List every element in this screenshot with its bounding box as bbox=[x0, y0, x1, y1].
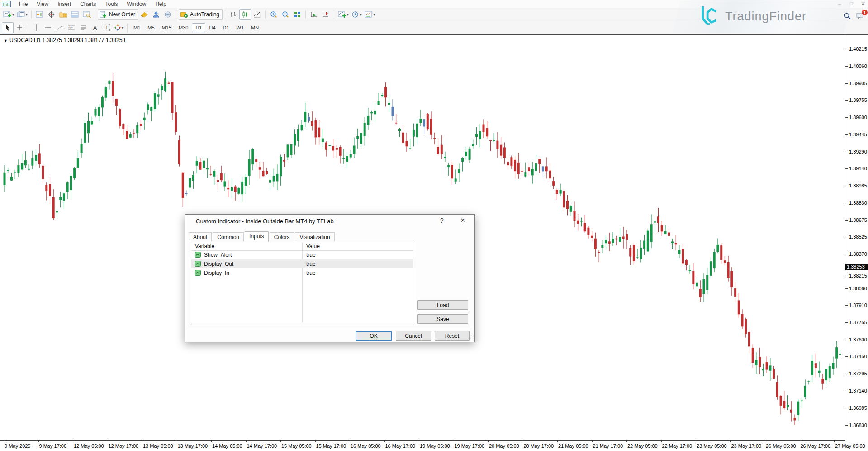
market-watch-icon[interactable] bbox=[34, 9, 46, 20]
time-tick-mark bbox=[384, 441, 385, 442]
tab-about[interactable]: About bbox=[189, 232, 212, 241]
time-tick-mark bbox=[4, 441, 4, 442]
profiles-icon[interactable]: ▾ bbox=[15, 9, 29, 20]
time-tick-mark bbox=[557, 441, 558, 442]
fibonacci-icon[interactable]: f bbox=[66, 22, 77, 33]
timeframe-h1[interactable]: H1 bbox=[192, 23, 205, 32]
tab-common[interactable]: Common bbox=[213, 232, 244, 241]
time-tick-mark bbox=[661, 441, 662, 442]
chat-icon[interactable]: 1 bbox=[856, 12, 864, 22]
timeframe-m1[interactable]: M1 bbox=[130, 23, 144, 32]
price-tick-label: 1.37450 bbox=[849, 354, 867, 359]
symbol-quote-text: USDCAD,H1 1.38275 1.38293 1.38177 1.3825… bbox=[9, 37, 125, 43]
new-order-button[interactable]: New Order bbox=[98, 9, 138, 20]
metaeditor-icon[interactable] bbox=[138, 9, 150, 20]
time-axis[interactable]: 9 May 20259 May 17:0012 May 05:0012 May … bbox=[0, 441, 868, 451]
horizontal-line-icon[interactable] bbox=[42, 22, 54, 33]
timeframe-m15[interactable]: M15 bbox=[158, 23, 175, 32]
time-tick-mark bbox=[454, 441, 454, 442]
candlestick-chart-icon[interactable] bbox=[239, 9, 251, 20]
menu-file[interactable]: File bbox=[14, 0, 32, 8]
ok-button[interactable]: OK bbox=[356, 331, 392, 341]
table-row[interactable]: Display_In true bbox=[191, 269, 413, 277]
periods-icon[interactable]: ▾ bbox=[350, 9, 363, 20]
table-row-selected[interactable]: Display_Out true bbox=[191, 259, 413, 268]
timeframe-w1[interactable]: W1 bbox=[233, 23, 248, 32]
timeframe-m30[interactable]: M30 bbox=[175, 23, 192, 32]
timeframe-mn[interactable]: MN bbox=[247, 23, 262, 32]
timeframe-d1[interactable]: D1 bbox=[219, 23, 233, 32]
price-tick-label: 1.40215 bbox=[849, 46, 867, 52]
symbol-info[interactable]: ▼USDCAD,H1 1.38275 1.38293 1.38177 1.382… bbox=[4, 37, 125, 43]
price-tick-label: 1.37295 bbox=[849, 371, 867, 376]
time-tick-label: 22 May 17:00 bbox=[662, 443, 693, 449]
time-tick-label: 13 May 17:00 bbox=[178, 443, 208, 449]
time-tick-mark bbox=[730, 441, 731, 442]
save-button[interactable]: Save bbox=[417, 314, 468, 324]
current-price-box: 1.38253 bbox=[845, 264, 868, 270]
dialog-close-icon[interactable]: ✕ bbox=[457, 217, 468, 224]
community-icon[interactable] bbox=[162, 9, 174, 20]
price-tick-label: 1.39905 bbox=[849, 81, 867, 86]
experts-icon[interactable] bbox=[150, 9, 162, 20]
navigator-icon[interactable] bbox=[57, 9, 69, 20]
cancel-button[interactable]: Cancel bbox=[396, 331, 431, 341]
strategy-tester-icon[interactable] bbox=[81, 9, 93, 20]
text-label-tool-icon[interactable]: T bbox=[101, 22, 113, 33]
indicators-icon[interactable]: ▾ bbox=[337, 9, 350, 20]
input-variable-icon bbox=[195, 261, 201, 267]
close-icon[interactable]: ✕ bbox=[860, 0, 866, 7]
tab-visualization[interactable]: Visualization bbox=[295, 232, 334, 241]
templates-icon[interactable]: ▾ bbox=[363, 9, 376, 20]
channel-lines-icon[interactable] bbox=[77, 22, 89, 33]
arrows-tool-icon[interactable]: ▾ bbox=[113, 22, 125, 33]
tab-colors[interactable]: Colors bbox=[270, 232, 294, 241]
table-row[interactable]: Show_Alert true bbox=[191, 250, 413, 259]
chart-window: TradingFinder 1 ▼USDCAD,H1 1.38275 1.382… bbox=[0, 34, 868, 451]
autotrading-button[interactable]: AutoTrading bbox=[179, 9, 223, 20]
line-chart-icon[interactable] bbox=[251, 9, 263, 20]
auto-scroll-icon[interactable] bbox=[308, 9, 320, 20]
tab-inputs[interactable]: Inputs bbox=[245, 231, 269, 242]
symbol-collapse-icon[interactable]: ▼ bbox=[4, 38, 8, 43]
timeframe-h4[interactable]: H4 bbox=[205, 23, 219, 32]
timeframe-m5[interactable]: M5 bbox=[144, 23, 158, 32]
price-tick-label: 1.39445 bbox=[849, 132, 867, 137]
cursor-icon[interactable] bbox=[2, 22, 14, 33]
time-tick-mark bbox=[419, 441, 419, 442]
menu-insert[interactable]: Insert bbox=[53, 0, 76, 8]
price-tick-label: 1.39290 bbox=[849, 149, 867, 154]
menu-view[interactable]: View bbox=[32, 0, 53, 8]
inputs-table: Variable Value Show_Alert true Display_O… bbox=[191, 242, 413, 323]
chart-shift-icon[interactable] bbox=[320, 9, 332, 20]
menu-tools[interactable]: Tools bbox=[101, 0, 123, 8]
time-tick-label: 23 May 05:00 bbox=[697, 443, 727, 449]
time-tick-mark bbox=[523, 441, 523, 442]
crosshair-icon[interactable] bbox=[14, 22, 25, 33]
new-chart-icon[interactable]: ▾ bbox=[2, 9, 15, 20]
search-icon[interactable] bbox=[844, 12, 851, 22]
resize-grip-icon[interactable] bbox=[470, 333, 474, 341]
reset-button[interactable]: Reset bbox=[435, 331, 470, 341]
time-tick-label: 26 May 17:00 bbox=[801, 443, 831, 449]
zoom-in-icon[interactable] bbox=[268, 9, 280, 20]
terminal-icon[interactable] bbox=[69, 9, 81, 20]
menu-charts[interactable]: Charts bbox=[76, 0, 100, 8]
price-axis[interactable]: 1.402151.400601.399051.397551.396001.394… bbox=[845, 35, 868, 441]
data-window-icon[interactable] bbox=[46, 9, 57, 20]
dialog-help-button[interactable]: ? bbox=[436, 217, 447, 224]
time-tick-mark bbox=[488, 441, 489, 442]
bar-chart-icon[interactable] bbox=[228, 9, 239, 20]
dialog-title-bar[interactable]: Custom Indicator - Inside Outside Bar MT… bbox=[185, 215, 474, 228]
load-button[interactable]: Load bbox=[417, 300, 468, 310]
text-tool-icon[interactable]: A bbox=[89, 22, 101, 33]
vertical-line-icon[interactable] bbox=[30, 22, 42, 33]
time-tick-label: 9 May 17:00 bbox=[39, 443, 67, 449]
zoom-out-icon[interactable] bbox=[280, 9, 291, 20]
trendline-icon[interactable] bbox=[54, 22, 66, 33]
time-tick-label: 27 May 05:00 bbox=[835, 443, 865, 449]
menu-help[interactable]: Help bbox=[151, 0, 171, 8]
menu-window[interactable]: Window bbox=[123, 0, 151, 8]
tile-windows-icon[interactable] bbox=[291, 9, 303, 20]
time-tick-mark bbox=[350, 441, 350, 442]
